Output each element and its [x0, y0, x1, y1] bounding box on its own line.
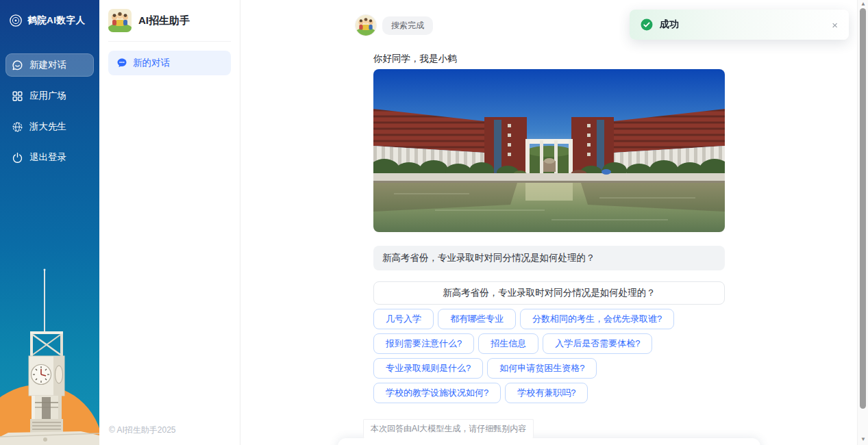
conversation-list-item[interactable]: 新的对话	[108, 51, 231, 75]
suggestion-chip[interactable]: 都有哪些专业	[438, 309, 516, 329]
chat-bubble-icon	[12, 60, 23, 71]
status-badge: 搜索完成	[382, 16, 433, 35]
chat-column: 搜索完成 你好同学，我是小鹤	[373, 15, 725, 403]
brand: 鹤院AI数字人	[0, 0, 99, 27]
suggestion-chip[interactable]: 专业录取规则是什么?	[373, 358, 483, 379]
app-window: 鹤院AI数字人 新建对话 应用广场	[0, 0, 868, 445]
grid-icon	[12, 90, 23, 102]
bot-avatar	[356, 15, 376, 36]
sidebar-nav: 新建对话 应用广场 浙大先生	[0, 53, 99, 169]
suggestion-chip[interactable]: 如何申请贫困生资格?	[487, 358, 597, 379]
agent-name: AI招生助手	[138, 14, 190, 27]
suggestion-chips: 几号入学 都有哪些专业 分数相同的考生，会优先录取谁? 报到需要注意什么? 招生…	[373, 309, 725, 403]
user-question-message: 新高考省份，专业录取时对同分情况是如何处理的？	[373, 246, 725, 270]
sidebar-item-label: 应用广场	[29, 90, 66, 102]
clock-tower-illustration	[0, 266, 99, 445]
toast-close-icon[interactable]: ×	[832, 20, 838, 30]
suggestion-chip[interactable]: 学校有兼职吗?	[505, 383, 588, 403]
chat-input-bar	[338, 438, 760, 445]
suggestion-chip[interactable]: 招生信息	[478, 333, 538, 354]
suggestion-chip[interactable]: 几号入学	[373, 309, 434, 329]
brand-title: 鹤院AI数字人	[27, 14, 86, 27]
chat-main: 搜索完成 你好同学，我是小鹤	[240, 0, 868, 445]
suggestion-chip[interactable]: 入学后是否需要体检?	[543, 333, 652, 354]
suggested-question-main[interactable]: 新高考省份，专业录取时对同分情况是如何处理的？	[373, 281, 725, 305]
success-toast: 成功 ×	[630, 10, 849, 40]
suggestion-chip[interactable]: 分数相同的考生，会优先录取谁?	[520, 309, 674, 329]
suggestion-chip[interactable]: 学校的教学设施状况如何?	[373, 383, 501, 403]
primary-sidebar: 鹤院AI数字人 新建对话 应用广场	[0, 0, 99, 445]
globe-icon	[12, 121, 23, 133]
sidebar-item-label: 新建对话	[29, 59, 66, 71]
bot-greeting: 你好同学，我是小鹤	[373, 53, 725, 65]
scrollbar-down-arrow[interactable]: ▼	[858, 435, 868, 444]
agent-avatar	[108, 9, 132, 32]
sidebar-item-zheda-xiansheng[interactable]: 浙大先生	[5, 115, 94, 138]
sidebar-item-app-plaza[interactable]: 应用广场	[5, 84, 94, 107]
brand-seal-icon	[9, 14, 23, 27]
agent-header: AI招生助手	[108, 9, 231, 42]
sidebar-item-label: 退出登录	[29, 151, 66, 164]
copyright: © AI招生助手2025	[109, 424, 176, 436]
composer: 本次回答由AI大模型生成，请仔细甄别内容	[338, 419, 760, 445]
chat-filled-icon	[116, 58, 127, 68]
power-icon	[12, 152, 23, 164]
sidebar-item-label: 浙大先生	[29, 120, 66, 133]
scrollbar-up-arrow[interactable]: ▲	[858, 0, 868, 8]
sidebar-item-logout[interactable]: 退出登录	[5, 146, 94, 169]
suggestion-chip[interactable]: 报到需要注意什么?	[373, 333, 474, 354]
page-scrollbar[interactable]: ▲ ▼	[857, 0, 868, 445]
conversation-label: 新的对话	[133, 57, 170, 69]
conversation-sidebar: AI招生助手 新的对话 © AI招生助手2025	[99, 0, 240, 445]
campus-photo	[373, 69, 725, 232]
sidebar-item-new-conversation[interactable]: 新建对话	[5, 53, 94, 77]
check-icon	[641, 18, 653, 31]
scrollbar-thumb[interactable]	[860, 8, 866, 409]
toast-message: 成功	[660, 18, 679, 31]
ai-generated-note: 本次回答由AI大模型生成，请仔细甄别内容	[363, 419, 534, 438]
